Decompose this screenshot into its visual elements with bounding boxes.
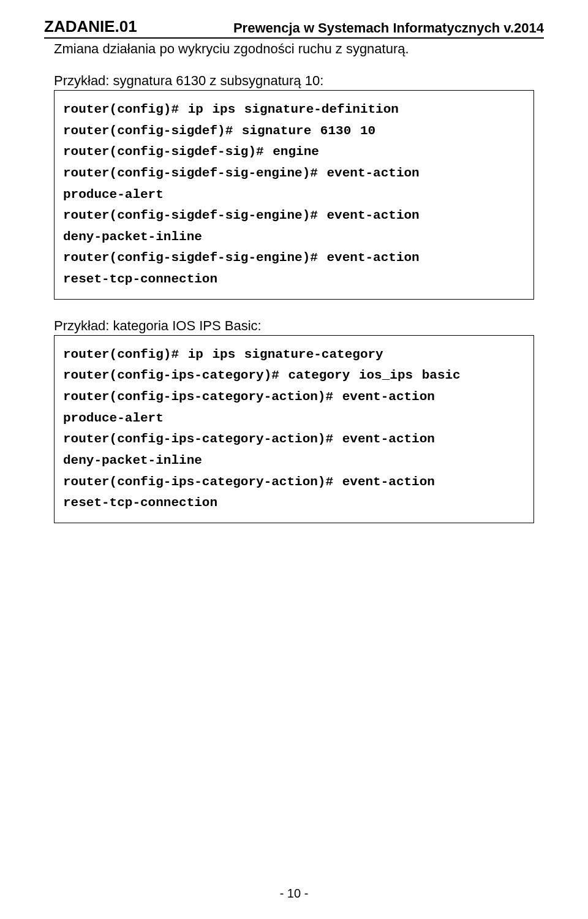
code-line: produce-alert — [63, 184, 525, 206]
code-line: router(config)# ip ips signature-definit… — [63, 99, 525, 121]
code-line: deny-packet-inline — [63, 227, 525, 248]
code-line: deny-packet-inline — [63, 450, 525, 472]
code-line: router(config-sigdef-sig)# engine — [63, 142, 525, 163]
code-line: router(config-ips-category)# category io… — [63, 365, 525, 387]
example1-codebox: router(config)# ip ips signature-definit… — [54, 90, 534, 300]
code-line: router(config-ips-category-action)# even… — [63, 387, 525, 408]
header-title: Prewencja w Systemach Informatycznych v.… — [233, 20, 544, 36]
example1-intro: Przykład: sygnatura 6130 z subsygnaturą … — [44, 73, 544, 89]
code-line: router(config-sigdef-sig-engine)# event-… — [63, 163, 525, 184]
code-line: router(config-ips-category-action)# even… — [63, 429, 525, 450]
section-subtitle: Zmiana działania po wykryciu zgodności r… — [44, 41, 544, 57]
code-line: router(config-sigdef-sig-engine)# event-… — [63, 248, 525, 269]
code-line: router(config)# ip ips signature-categor… — [63, 344, 525, 366]
code-line: reset-tcp-connection — [63, 269, 525, 290]
code-line: produce-alert — [63, 408, 525, 429]
page-number: - 10 - — [0, 887, 588, 901]
example2-codebox: router(config)# ip ips signature-categor… — [54, 335, 534, 523]
code-line: router(config-ips-category-action)# even… — [63, 472, 525, 493]
task-label: ZADANIE.01 — [44, 17, 137, 36]
header-row: ZADANIE.01 Prewencja w Systemach Informa… — [44, 17, 544, 37]
code-line: reset-tcp-connection — [63, 493, 525, 514]
example2-intro: Przykład: kategoria IOS IPS Basic: — [44, 318, 544, 334]
header-rule — [44, 37, 544, 39]
code-line: router(config-sigdef-sig-engine)# event-… — [63, 205, 525, 227]
code-line: router(config-sigdef)# signature 6130 10 — [63, 121, 525, 142]
